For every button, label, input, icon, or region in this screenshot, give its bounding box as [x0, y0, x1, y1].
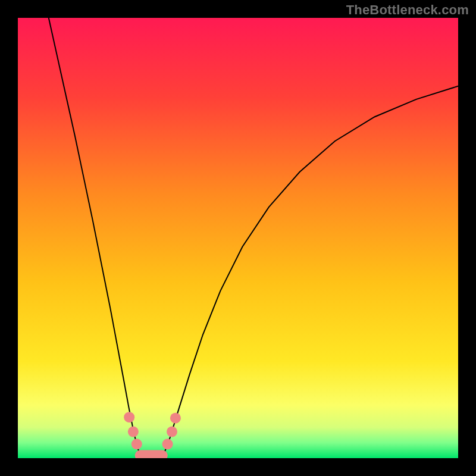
marker-dot-1	[128, 427, 139, 437]
marker-dot-3	[162, 439, 173, 449]
marker-pill	[135, 450, 168, 458]
chart-svg	[18, 18, 458, 458]
watermark-text: TheBottleneck.com	[346, 2, 469, 18]
marker-dot-0	[124, 412, 134, 422]
marker-dot-5	[170, 413, 181, 424]
chart-frame: TheBottleneck.com	[0, 0, 476, 476]
marker-dot-2	[131, 439, 142, 449]
marker-dot-4	[167, 427, 177, 437]
gradient-background	[18, 18, 458, 458]
plot-area	[18, 18, 458, 458]
